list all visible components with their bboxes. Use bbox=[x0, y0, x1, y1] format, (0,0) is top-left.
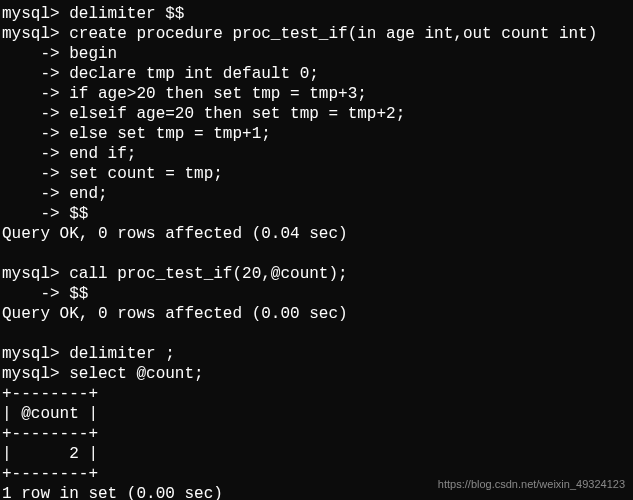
terminal-line: -> declare tmp int default 0; bbox=[2, 64, 631, 84]
mysql-terminal[interactable]: mysql> delimiter $$mysql> create procedu… bbox=[0, 0, 633, 500]
terminal-line: +--------+ bbox=[2, 424, 631, 444]
terminal-line bbox=[2, 324, 631, 344]
terminal-line: -> elseif age=20 then set tmp = tmp+2; bbox=[2, 104, 631, 124]
terminal-line: Query OK, 0 rows affected (0.00 sec) bbox=[2, 304, 631, 324]
watermark: https://blog.csdn.net/weixin_49324123 bbox=[438, 474, 625, 494]
terminal-line: mysql> delimiter $$ bbox=[2, 4, 631, 24]
terminal-line bbox=[2, 244, 631, 264]
terminal-line: mysql> delimiter ; bbox=[2, 344, 631, 364]
terminal-line: -> set count = tmp; bbox=[2, 164, 631, 184]
terminal-line: | @count | bbox=[2, 404, 631, 424]
terminal-line: -> else set tmp = tmp+1; bbox=[2, 124, 631, 144]
terminal-line: mysql> create procedure proc_test_if(in … bbox=[2, 24, 631, 44]
terminal-line: -> begin bbox=[2, 44, 631, 64]
terminal-line: Query OK, 0 rows affected (0.04 sec) bbox=[2, 224, 631, 244]
terminal-line: | 2 | bbox=[2, 444, 631, 464]
terminal-line: -> end; bbox=[2, 184, 631, 204]
terminal-line: mysql> select @count; bbox=[2, 364, 631, 384]
terminal-line: -> $$ bbox=[2, 204, 631, 224]
terminal-line: -> end if; bbox=[2, 144, 631, 164]
terminal-line: -> $$ bbox=[2, 284, 631, 304]
terminal-line: -> if age>20 then set tmp = tmp+3; bbox=[2, 84, 631, 104]
terminal-line: mysql> call proc_test_if(20,@count); bbox=[2, 264, 631, 284]
terminal-line: +--------+ bbox=[2, 384, 631, 404]
